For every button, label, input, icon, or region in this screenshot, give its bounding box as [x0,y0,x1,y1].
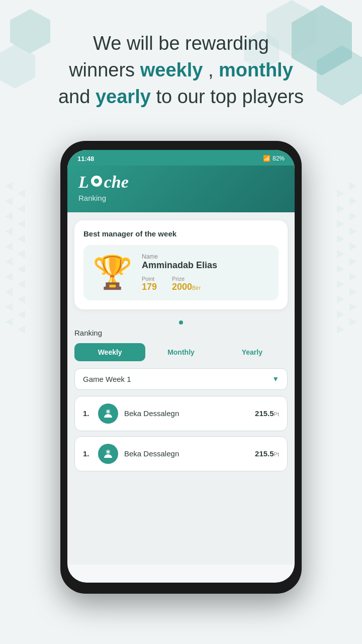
tab-monthly[interactable]: Monthly [145,343,216,361]
dropdown-arrow-icon: ▼ [272,375,279,383]
status-bar: 11:48 📶 82% [67,150,295,166]
weekly-text: weekly [140,59,203,80]
headline-part2: winners [69,59,135,80]
manager-name: Amminadab Elias [142,260,269,271]
phone-mockup: 11:48 📶 82% L che Ranking Best [0,141,362,594]
best-manager-title: Best manager of the week [83,229,279,238]
player-name-2: Beka Dessalegn [124,449,249,458]
ranking-row-1: 1. Beka Dessalegn 215.5Pt [74,396,288,431]
manager-details: Name Amminadab Elias Point 179 Prize [142,253,269,292]
carousel-dot [74,317,288,327]
player-avatar-2 [98,444,118,464]
score-value-1: 215.5 [255,409,274,418]
prize-amount: 2000 [172,282,192,292]
player-name-1: Beka Dessalegn [124,409,249,418]
score-unit-2: Pt [274,451,279,457]
monthly-text: monthly [219,59,293,80]
main-content: Best manager of the week 🏆 Name Amminada… [67,212,295,565]
ranking-section-label: Ranking [74,329,288,337]
point-value: 179 [142,282,157,292]
manager-name-label: Name [142,253,269,260]
player-score-1: 215.5Pt [255,409,279,418]
comma: , [203,59,213,80]
yearly-text: yearly [96,86,151,107]
app-ranking-label: Ranking [78,194,284,202]
status-time: 11:48 [77,155,94,163]
headline-part1: We will be rewarding [93,33,269,54]
manager-stats: Point 179 Prize 2000Birr [142,276,269,292]
wifi-icon: 📶 [263,155,270,162]
app-header: L che Ranking [67,166,295,212]
prize-value: 2000Birr [172,282,201,292]
prize-unit: Birr [192,285,201,291]
phone-screen: 11:48 📶 82% L che Ranking Best [67,150,295,583]
headline-part4: to our top players [156,86,304,107]
trophy-icon: 🏆 [93,254,133,291]
phone-frame: 11:48 📶 82% L che Ranking Best [60,141,302,594]
prize-label: Prize [172,276,201,282]
score-unit-1: Pt [274,411,279,417]
rank-number-2: 1. [83,449,92,458]
dropdown-value: Game Week 1 [83,375,131,383]
tab-weekly[interactable]: Weekly [74,343,145,361]
status-icons: 📶 82% [263,155,285,162]
headline: We will be rewarding winners weekly , mo… [30,30,332,111]
app-logo: L che [78,173,284,192]
best-manager-card: Best manager of the week 🏆 Name Amminada… [74,220,288,309]
point-label: Point [142,276,157,282]
battery-text: 82% [273,155,285,162]
manager-info-box: 🏆 Name Amminadab Elias Point 179 Prize [83,245,279,300]
rank-number-1: 1. [83,409,92,418]
game-week-dropdown[interactable]: Game Week 1 ▼ [74,368,288,390]
player-avatar-1 [98,404,118,424]
top-section: We will be rewarding winners weekly , mo… [0,0,362,131]
logo-prefix: L [78,173,89,192]
headline-part3: and [58,86,90,107]
logo-suffix: che [104,173,129,192]
dot-indicator [179,320,183,325]
tab-yearly[interactable]: Yearly [217,343,288,361]
point-stat: Point 179 [142,276,157,292]
player-score-2: 215.5Pt [255,449,279,458]
ranking-tabs: Weekly Monthly Yearly [74,343,288,361]
ranking-row-2: 1. Beka Dessalegn 215.5Pt [74,436,288,471]
score-value-2: 215.5 [255,449,274,458]
logo-ball-icon [91,176,102,187]
ranking-section: Ranking Weekly Monthly Yearly Game Week … [74,329,288,471]
prize-stat: Prize 2000Birr [172,276,201,292]
